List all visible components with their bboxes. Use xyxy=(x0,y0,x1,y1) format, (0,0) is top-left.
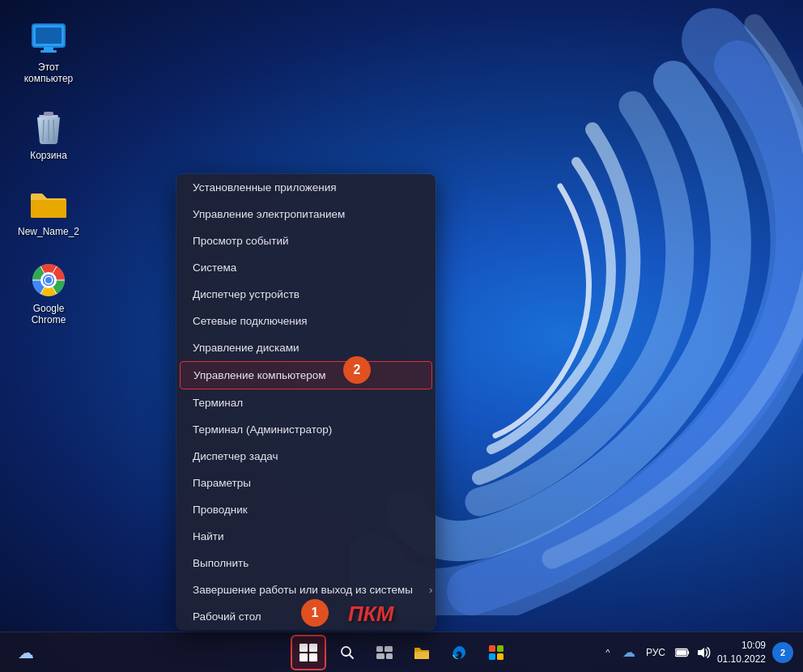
svg-rect-31 xyxy=(497,653,503,660)
menu-item-power-management[interactable]: Управление электропитанием xyxy=(176,201,435,228)
svg-line-7 xyxy=(43,120,44,141)
onedrive-icon[interactable]: ☁ xyxy=(622,645,636,660)
desktop-icons-area: Этот компьютер xyxy=(16,16,81,329)
windows-logo-icon xyxy=(300,644,317,661)
taskbar-left: ☁ xyxy=(10,636,42,669)
menu-item-event-viewer[interactable]: Просмотр событий xyxy=(176,228,435,254)
svg-rect-27 xyxy=(386,653,393,659)
context-menu: Установленные приложения Управление элек… xyxy=(176,174,435,630)
svg-rect-5 xyxy=(44,112,53,116)
win-logo-piece-4 xyxy=(309,653,317,661)
taskbar-center xyxy=(291,635,512,670)
badge-1: 1 xyxy=(301,599,329,627)
edge-button[interactable] xyxy=(443,636,475,669)
new-folder-label: New_Name_2 xyxy=(18,226,79,237)
edge-icon xyxy=(451,644,467,661)
menu-item-task-manager[interactable]: Диспетчер задач xyxy=(176,443,435,470)
desktop-icon-recycle-bin[interactable]: Корзина xyxy=(16,104,81,164)
chrome-label: Google Chrome xyxy=(19,303,78,326)
menu-item-computer-management[interactable]: Управление компьютером xyxy=(180,361,432,389)
menu-item-shutdown[interactable]: Завершение работы или выход из системы › xyxy=(176,576,435,603)
taskbar-right: ^ ☁ РУС xyxy=(601,639,793,666)
svg-marker-35 xyxy=(698,648,704,657)
task-view-icon xyxy=(376,646,393,659)
battery-icon[interactable] xyxy=(675,645,690,660)
search-icon xyxy=(340,645,355,660)
svg-rect-2 xyxy=(44,47,53,50)
badge-2: 2 xyxy=(343,356,371,384)
store-icon xyxy=(488,644,504,661)
menu-item-find[interactable]: Найти xyxy=(176,523,435,550)
menu-item-terminal[interactable]: Терминал xyxy=(176,389,435,416)
menu-item-network-connections[interactable]: Сетевые подключения xyxy=(176,308,435,334)
desktop-icon-this-computer[interactable]: Этот компьютер xyxy=(16,16,81,88)
svg-rect-1 xyxy=(36,28,62,44)
svg-rect-26 xyxy=(376,653,385,659)
desktop-icon-new-folder[interactable]: New_Name_2 xyxy=(16,181,81,240)
volume-icon[interactable] xyxy=(696,645,711,660)
menu-item-system[interactable]: Система xyxy=(176,254,435,281)
win-logo-piece-1 xyxy=(300,644,308,652)
clock-date: 01.10.2022 xyxy=(717,653,766,666)
this-computer-label: Этот компьютер xyxy=(19,62,78,85)
svg-line-23 xyxy=(350,654,354,658)
taskbar: ☁ xyxy=(0,632,803,672)
pkm-label: ПКМ xyxy=(348,602,393,627)
menu-item-device-manager[interactable]: Диспетчер устройств xyxy=(176,281,435,308)
language-button[interactable]: РУС xyxy=(643,645,669,660)
svg-rect-3 xyxy=(40,50,57,53)
monitor-icon xyxy=(29,19,68,58)
svg-rect-24 xyxy=(376,646,383,652)
task-view-button[interactable] xyxy=(368,636,401,669)
store-button[interactable] xyxy=(480,636,512,669)
show-hidden-icons-button[interactable]: ^ xyxy=(601,645,615,660)
arrow-icon: › xyxy=(429,584,433,596)
menu-item-installed-apps[interactable]: Установленные приложения xyxy=(176,174,435,201)
menu-item-terminal-admin[interactable]: Терминал (Администратор) xyxy=(176,416,435,443)
desktop-icon-google-chrome[interactable]: Google Chrome xyxy=(16,257,81,330)
weather-button[interactable]: ☁ xyxy=(10,636,42,669)
file-explorer-button[interactable] xyxy=(406,636,438,669)
chrome-icon xyxy=(29,261,68,300)
win-logo-piece-3 xyxy=(300,653,308,661)
clock-time: 10:09 xyxy=(717,639,766,653)
clock-area[interactable]: 10:09 01.10.2022 xyxy=(717,639,766,666)
svg-rect-25 xyxy=(385,646,393,652)
weather-icon: ☁ xyxy=(18,643,34,662)
battery-svg-icon xyxy=(675,647,690,658)
menu-item-settings[interactable]: Параметры xyxy=(176,470,435,496)
menu-item-disk-management[interactable]: Управление дисками xyxy=(176,334,435,361)
svg-point-21 xyxy=(45,277,52,283)
start-button[interactable] xyxy=(291,635,326,670)
svg-rect-33 xyxy=(687,650,689,654)
menu-item-explorer[interactable]: Проводник xyxy=(176,496,435,523)
file-explorer-icon xyxy=(414,645,430,660)
recycle-bin-label: Корзина xyxy=(30,150,67,161)
search-button[interactable] xyxy=(331,636,363,669)
svg-line-8 xyxy=(53,120,54,141)
desktop: Этот компьютер xyxy=(0,0,803,672)
folder-icon xyxy=(29,184,68,223)
menu-item-run[interactable]: Выполнить xyxy=(176,550,435,576)
svg-rect-30 xyxy=(489,653,495,660)
svg-rect-28 xyxy=(489,645,495,652)
svg-rect-29 xyxy=(497,645,503,652)
recycle-bin-icon xyxy=(29,108,68,147)
win-logo-piece-2 xyxy=(309,644,317,652)
volume-svg-icon xyxy=(696,646,711,659)
notification-button[interactable]: 2 xyxy=(772,642,793,663)
svg-rect-34 xyxy=(676,649,686,654)
